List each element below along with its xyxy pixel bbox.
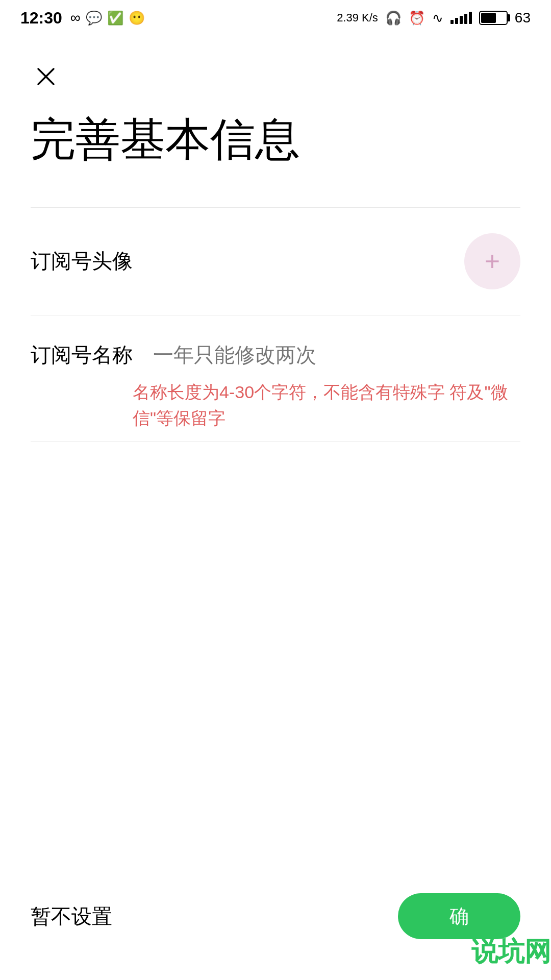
status-time: 12:30 — [20, 9, 62, 28]
bottom-area: 暂不设置 确 — [0, 893, 551, 939]
close-icon — [36, 67, 56, 86]
status-left: 12:30 ∞ 💬 ✅ 😶 — [20, 9, 145, 28]
status-icons: ∞ 💬 ✅ 😶 — [70, 10, 145, 26]
main-content: 完善基本信息 订阅号头像 + 订阅号名称 名称长度为4-30个字符，不能含有特殊… — [0, 36, 551, 442]
name-row: 订阅号名称 名称长度为4-30个字符，不能含有特殊字 符及"微信"等保留字 — [31, 315, 520, 442]
name-input[interactable] — [153, 344, 520, 366]
wifi-icon: ∿ — [432, 10, 443, 26]
watermark: 说坑网 — [471, 934, 551, 970]
headphone-icon: 🎧 — [385, 10, 402, 26]
name-row-top: 订阅号名称 — [31, 341, 520, 369]
check-icon: ✅ — [107, 10, 123, 26]
confirm-button-label: 确 — [449, 903, 469, 929]
plus-icon: + — [485, 248, 500, 275]
infinity-icon: ∞ — [70, 10, 81, 26]
signal-bars — [450, 12, 472, 24]
battery-percent: 63 — [515, 10, 531, 26]
close-button[interactable] — [31, 61, 61, 92]
page-title: 完善基本信息 — [31, 112, 520, 166]
avatar-upload-button[interactable]: + — [464, 233, 520, 289]
avatar-row: 订阅号头像 + — [31, 208, 520, 315]
status-bar: 12:30 ∞ 💬 ✅ 😶 2.39 K/s 🎧 ⏰ ∿ — [0, 0, 551, 36]
name-hint: 名称长度为4-30个字符，不能含有特殊字 符及"微信"等保留字 — [133, 379, 520, 431]
face-icon: 😶 — [129, 10, 145, 26]
message-icon: 💬 — [86, 10, 102, 26]
status-right: 2.39 K/s 🎧 ⏰ ∿ 63 — [337, 10, 531, 26]
skip-label: 暂不设置 — [31, 902, 112, 930]
network-speed: 2.39 K/s — [337, 11, 378, 24]
name-label: 订阅号名称 — [31, 341, 133, 369]
battery-icon — [479, 11, 508, 25]
confirm-button[interactable]: 确 — [398, 893, 520, 939]
avatar-label: 订阅号头像 — [31, 247, 133, 275]
clock-icon: ⏰ — [409, 10, 425, 26]
